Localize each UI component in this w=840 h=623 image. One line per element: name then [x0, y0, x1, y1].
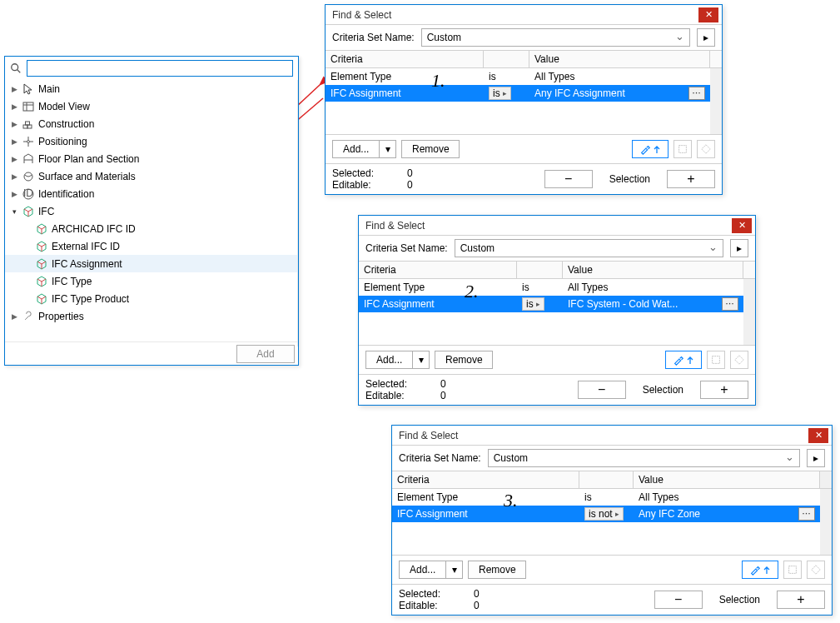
marquee-rotated-button[interactable] [730, 351, 748, 369]
criteria-set-menu-button[interactable]: ▸ [807, 449, 825, 467]
titlebar[interactable]: Find & Select ✕ [359, 216, 755, 236]
criteria-row-ifc-assignment[interactable]: IFC Assignment is Any IFC Assignment··· [326, 85, 722, 102]
marquee-button[interactable] [707, 351, 725, 369]
tree-item-archicad-ifc-id[interactable]: ARCHICAD IFC ID [5, 220, 297, 237]
inject-icon [686, 354, 694, 366]
criteria-label: Element Type [364, 282, 425, 293]
criteria-label: Element Type [397, 491, 458, 503]
add-criteria-button[interactable]: Add... ▾ [399, 561, 463, 579]
criteria-set-dropdown[interactable]: Custom [455, 239, 723, 257]
remove-criteria-button[interactable]: Remove [435, 351, 493, 369]
criteria-set-menu-button[interactable]: ▸ [697, 28, 715, 47]
operator-dropdown[interactable]: is [489, 87, 511, 100]
marquee-button[interactable] [783, 561, 802, 579]
editable-value: 0 [407, 179, 413, 191]
add-criteria-dropdown[interactable]: ▾ [380, 140, 396, 158]
arrow-cursor-icon [22, 82, 35, 96]
tree-item-external-ifc-id[interactable]: External IFC ID [5, 237, 297, 255]
criteria-row-ifc-assignment[interactable]: IFC Assignment is IFC System - Cold Wat.… [359, 296, 755, 312]
tree-item-construction[interactable]: ▶ Construction [5, 115, 297, 132]
annotation-2: 2. [465, 281, 479, 302]
add-to-selection-button[interactable]: + [777, 591, 825, 609]
tree-scroll[interactable]: ▶ Main ▶ Model View ▶ Construction ▶ Pos… [5, 80, 298, 346]
marquee-rotated-button[interactable] [697, 140, 715, 158]
tree-item-ifc[interactable]: ▾ IFC [5, 202, 297, 220]
add-criteria-button[interactable]: Add... ▾ [332, 140, 396, 158]
remove-from-selection-button[interactable]: − [578, 381, 626, 399]
value-label: IFC System - Cold Wat... [568, 298, 678, 310]
chevron-right-icon[interactable]: ▶ [10, 155, 18, 163]
eyedropper-button[interactable] [665, 351, 702, 369]
marquee-button[interactable] [673, 140, 692, 158]
chevron-right-icon[interactable]: ▶ [10, 120, 18, 128]
tree-item-floorplan[interactable]: ▶ Floor Plan and Section [5, 150, 297, 167]
criteria-row-element-type[interactable]: Element Type is All Types [326, 68, 722, 85]
tree-item-main[interactable]: ▶ Main [5, 80, 297, 97]
annotation-1: 1. [431, 70, 445, 92]
value-browse-button[interactable]: ··· [688, 87, 705, 100]
remove-from-selection-button[interactable]: − [544, 170, 593, 188]
criteria-label: Element Type [331, 71, 391, 82]
chevron-right-icon[interactable]: ▶ [10, 85, 18, 93]
chevron-right-icon[interactable]: ▶ [10, 312, 18, 321]
marquee-rotated-icon [700, 143, 712, 155]
tree-label: IFC Assignment [52, 258, 122, 270]
criteria-label: IFC Assignment [331, 87, 401, 99]
criteria-row-element-type[interactable]: Element Type is All Types [359, 279, 755, 296]
grid-header: Criteria Value [359, 261, 755, 279]
close-button[interactable]: ✕ [732, 218, 752, 233]
criteria-set-menu-button[interactable]: ▸ [730, 239, 748, 257]
chevron-down-icon[interactable]: ▾ [10, 207, 18, 216]
chevron-right-icon[interactable]: ▶ [10, 137, 18, 146]
operator-label: is [522, 282, 529, 293]
tree-add-button[interactable]: Add [236, 345, 295, 363]
svg-point-3 [12, 64, 18, 71]
remove-from-selection-button[interactable]: − [654, 591, 703, 609]
add-criteria-dropdown[interactable]: ▾ [413, 351, 430, 369]
ifc-icon [35, 275, 48, 288]
tree-label: IFC [38, 206, 54, 217]
chevron-right-icon[interactable]: ▶ [10, 172, 18, 181]
col-criteria: Criteria [392, 471, 579, 488]
tree-item-ifc-type-product[interactable]: IFC Type Product [5, 290, 297, 307]
remove-criteria-button[interactable]: Remove [401, 140, 460, 158]
remove-criteria-button[interactable]: Remove [468, 561, 526, 579]
value-browse-button[interactable]: ··· [722, 297, 738, 311]
tree-item-positioning[interactable]: ▶ Positioning [5, 132, 297, 150]
operator-label: is [489, 71, 496, 82]
operator-dropdown[interactable]: is not [584, 507, 624, 521]
eyedropper-button[interactable] [632, 140, 669, 158]
criteria-set-dropdown[interactable]: Custom [488, 449, 800, 467]
chevron-right-icon[interactable]: ▶ [10, 102, 18, 111]
criteria-tree-panel: ▶ Main ▶ Model View ▶ Construction ▶ Pos… [4, 56, 299, 366]
search-input[interactable] [27, 60, 293, 77]
titlebar[interactable]: Find & Select ✕ [392, 426, 832, 446]
operator-dropdown[interactable]: is [522, 297, 544, 311]
close-button[interactable]: ✕ [808, 428, 828, 443]
tree-item-properties[interactable]: ▶ Properties [5, 307, 297, 325]
tree-item-model-view[interactable]: ▶ Model View [5, 97, 297, 115]
tree-item-ifc-assignment[interactable]: IFC Assignment [5, 255, 297, 272]
chevron-right-icon[interactable]: ▶ [10, 190, 18, 198]
add-to-selection-button[interactable]: + [700, 381, 748, 399]
tree-item-ifc-type[interactable]: IFC Type [5, 272, 297, 290]
eyedropper-button[interactable] [742, 561, 778, 579]
add-criteria-button[interactable]: Add... ▾ [365, 351, 430, 369]
surface-icon [22, 170, 35, 183]
find-select-dialog-3: Find & Select ✕ Criteria Set Name: Custo… [391, 425, 833, 616]
criteria-row-element-type[interactable]: Element Type is All Types [392, 489, 832, 506]
titlebar[interactable]: Find & Select ✕ [326, 5, 722, 25]
ifc-icon [35, 240, 48, 253]
value-label: All Types [534, 71, 574, 82]
close-button[interactable]: ✕ [698, 7, 718, 22]
add-criteria-dropdown[interactable]: ▾ [446, 561, 463, 579]
criteria-row-ifc-assignment[interactable]: IFC Assignment is not Any IFC Zone··· [392, 506, 832, 522]
editable-label: Editable: [365, 390, 407, 401]
tree-item-identification[interactable]: ▶ ID Identification [5, 185, 297, 202]
value-label: Any IFC Assignment [534, 87, 625, 99]
criteria-set-dropdown[interactable]: Custom [421, 28, 690, 47]
marquee-rotated-button[interactable] [807, 561, 825, 579]
value-browse-button[interactable]: ··· [798, 507, 815, 521]
add-to-selection-button[interactable]: + [667, 170, 715, 188]
tree-item-surface[interactable]: ▶ Surface and Materials [5, 167, 297, 185]
